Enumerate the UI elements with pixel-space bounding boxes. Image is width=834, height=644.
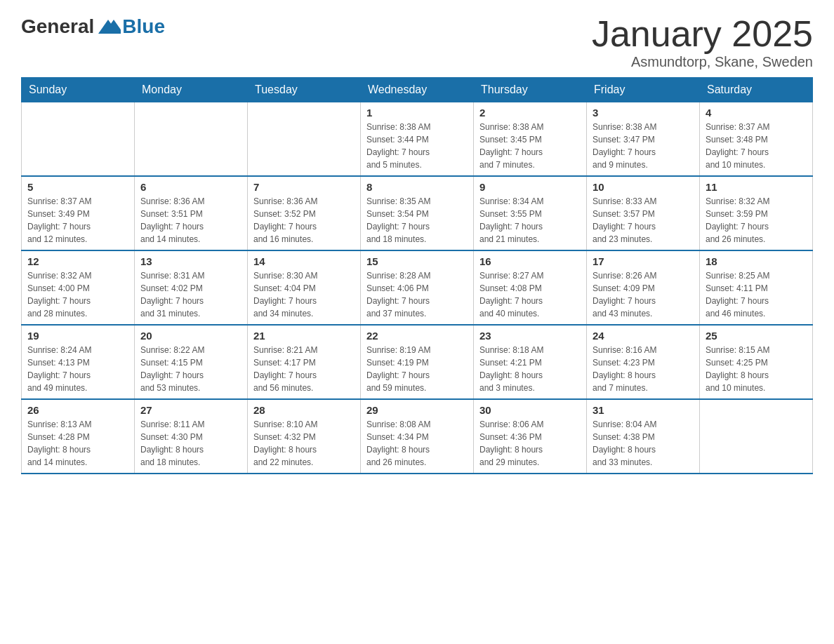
day-info: Sunrise: 8:30 AM Sunset: 4:04 PM Dayligh…	[253, 269, 355, 320]
calendar-cell: 19Sunrise: 8:24 AM Sunset: 4:13 PM Dayli…	[22, 325, 135, 399]
day-info: Sunrise: 8:27 AM Sunset: 4:08 PM Dayligh…	[479, 269, 581, 320]
day-number: 25	[706, 330, 807, 342]
logo-text-general: General	[21, 15, 94, 38]
calendar-cell: 21Sunrise: 8:21 AM Sunset: 4:17 PM Dayli…	[248, 325, 361, 399]
calendar-cell: 25Sunrise: 8:15 AM Sunset: 4:25 PM Dayli…	[700, 325, 813, 399]
calendar-cell: 17Sunrise: 8:26 AM Sunset: 4:09 PM Dayli…	[587, 250, 700, 325]
day-info: Sunrise: 8:37 AM Sunset: 3:48 PM Dayligh…	[706, 121, 807, 171]
day-number: 1	[366, 107, 468, 119]
day-info: Sunrise: 8:21 AM Sunset: 4:17 PM Dayligh…	[253, 344, 355, 394]
calendar-cell: 18Sunrise: 8:25 AM Sunset: 4:11 PM Dayli…	[700, 250, 813, 325]
day-info: Sunrise: 8:28 AM Sunset: 4:06 PM Dayligh…	[366, 269, 468, 320]
day-info: Sunrise: 8:32 AM Sunset: 3:59 PM Dayligh…	[706, 195, 807, 246]
day-info: Sunrise: 8:16 AM Sunset: 4:23 PM Dayligh…	[593, 344, 694, 394]
day-info: Sunrise: 8:36 AM Sunset: 3:52 PM Dayligh…	[253, 195, 355, 246]
calendar-cell: 16Sunrise: 8:27 AM Sunset: 4:08 PM Dayli…	[474, 250, 587, 325]
calendar-cell: 3Sunrise: 8:38 AM Sunset: 3:47 PM Daylig…	[587, 102, 700, 177]
calendar-cell: 26Sunrise: 8:13 AM Sunset: 4:28 PM Dayli…	[22, 399, 135, 474]
calendar-cell	[135, 102, 248, 177]
day-number: 30	[479, 404, 581, 416]
day-info: Sunrise: 8:22 AM Sunset: 4:15 PM Dayligh…	[140, 344, 241, 394]
day-number: 29	[366, 404, 468, 416]
day-info: Sunrise: 8:13 AM Sunset: 4:28 PM Dayligh…	[27, 418, 128, 469]
calendar-cell: 20Sunrise: 8:22 AM Sunset: 4:15 PM Dayli…	[135, 325, 248, 399]
calendar-cell: 9Sunrise: 8:34 AM Sunset: 3:55 PM Daylig…	[474, 176, 587, 250]
calendar-cell: 10Sunrise: 8:33 AM Sunset: 3:57 PM Dayli…	[587, 176, 700, 250]
day-info: Sunrise: 8:24 AM Sunset: 4:13 PM Dayligh…	[27, 344, 128, 394]
day-number: 20	[140, 330, 241, 342]
header-friday: Friday	[587, 78, 700, 102]
calendar-cell: 15Sunrise: 8:28 AM Sunset: 4:06 PM Dayli…	[361, 250, 474, 325]
day-number: 19	[27, 330, 128, 342]
calendar-week-1: 1Sunrise: 8:38 AM Sunset: 3:44 PM Daylig…	[22, 102, 813, 177]
header-row: Sunday Monday Tuesday Wednesday Thursday…	[22, 78, 813, 102]
day-info: Sunrise: 8:38 AM Sunset: 3:47 PM Dayligh…	[593, 121, 694, 171]
day-number: 6	[140, 181, 241, 193]
day-info: Sunrise: 8:04 AM Sunset: 4:38 PM Dayligh…	[593, 418, 694, 469]
day-info: Sunrise: 8:38 AM Sunset: 3:45 PM Dayligh…	[479, 121, 581, 171]
day-info: Sunrise: 8:18 AM Sunset: 4:21 PM Dayligh…	[479, 344, 581, 394]
day-number: 3	[593, 107, 694, 119]
calendar-cell: 11Sunrise: 8:32 AM Sunset: 3:59 PM Dayli…	[700, 176, 813, 250]
page-header: General Blue January 2025 Asmundtorp, Sk…	[21, 14, 813, 70]
header-sunday: Sunday	[22, 78, 135, 102]
calendar-cell: 8Sunrise: 8:35 AM Sunset: 3:54 PM Daylig…	[361, 176, 474, 250]
calendar-cell: 22Sunrise: 8:19 AM Sunset: 4:19 PM Dayli…	[361, 325, 474, 399]
day-info: Sunrise: 8:15 AM Sunset: 4:25 PM Dayligh…	[706, 344, 807, 394]
calendar-table: Sunday Monday Tuesday Wednesday Thursday…	[21, 77, 813, 474]
day-number: 21	[253, 330, 355, 342]
calendar-cell: 30Sunrise: 8:06 AM Sunset: 4:36 PM Dayli…	[474, 399, 587, 474]
day-number: 8	[366, 181, 468, 193]
calendar-week-4: 19Sunrise: 8:24 AM Sunset: 4:13 PM Dayli…	[22, 325, 813, 399]
day-number: 14	[253, 255, 355, 267]
day-number: 5	[27, 181, 128, 193]
day-number: 27	[140, 404, 241, 416]
day-number: 16	[479, 255, 581, 267]
day-info: Sunrise: 8:26 AM Sunset: 4:09 PM Dayligh…	[593, 269, 694, 320]
calendar-cell: 31Sunrise: 8:04 AM Sunset: 4:38 PM Dayli…	[587, 399, 700, 474]
month-title: January 2025	[592, 14, 813, 54]
header-saturday: Saturday	[700, 78, 813, 102]
day-number: 22	[366, 330, 468, 342]
header-thursday: Thursday	[474, 78, 587, 102]
header-monday: Monday	[135, 78, 248, 102]
calendar-cell: 23Sunrise: 8:18 AM Sunset: 4:21 PM Dayli…	[474, 325, 587, 399]
calendar-cell: 5Sunrise: 8:37 AM Sunset: 3:49 PM Daylig…	[22, 176, 135, 250]
calendar-week-3: 12Sunrise: 8:32 AM Sunset: 4:00 PM Dayli…	[22, 250, 813, 325]
day-number: 17	[593, 255, 694, 267]
day-number: 24	[593, 330, 694, 342]
calendar-cell: 7Sunrise: 8:36 AM Sunset: 3:52 PM Daylig…	[248, 176, 361, 250]
logo-icon	[95, 14, 121, 39]
day-number: 10	[593, 181, 694, 193]
day-info: Sunrise: 8:36 AM Sunset: 3:51 PM Dayligh…	[140, 195, 241, 246]
day-info: Sunrise: 8:34 AM Sunset: 3:55 PM Dayligh…	[479, 195, 581, 246]
calendar-body: 1Sunrise: 8:38 AM Sunset: 3:44 PM Daylig…	[22, 102, 813, 474]
day-number: 18	[706, 255, 807, 267]
day-number: 15	[366, 255, 468, 267]
title-block: January 2025 Asmundtorp, Skane, Sweden	[592, 14, 813, 70]
day-info: Sunrise: 8:25 AM Sunset: 4:11 PM Dayligh…	[706, 269, 807, 320]
calendar-cell: 29Sunrise: 8:08 AM Sunset: 4:34 PM Dayli…	[361, 399, 474, 474]
day-info: Sunrise: 8:37 AM Sunset: 3:49 PM Dayligh…	[27, 195, 128, 246]
day-number: 9	[479, 181, 581, 193]
calendar-cell	[248, 102, 361, 177]
calendar-cell	[700, 399, 813, 474]
day-info: Sunrise: 8:38 AM Sunset: 3:44 PM Dayligh…	[366, 121, 468, 171]
logo-text-blue: Blue	[122, 15, 165, 37]
day-info: Sunrise: 8:10 AM Sunset: 4:32 PM Dayligh…	[253, 418, 355, 469]
day-number: 31	[593, 404, 694, 416]
calendar-header: Sunday Monday Tuesday Wednesday Thursday…	[22, 78, 813, 102]
calendar-week-5: 26Sunrise: 8:13 AM Sunset: 4:28 PM Dayli…	[22, 399, 813, 474]
day-info: Sunrise: 8:33 AM Sunset: 3:57 PM Dayligh…	[593, 195, 694, 246]
day-info: Sunrise: 8:06 AM Sunset: 4:36 PM Dayligh…	[479, 418, 581, 469]
day-number: 2	[479, 107, 581, 119]
day-number: 7	[253, 181, 355, 193]
day-info: Sunrise: 8:08 AM Sunset: 4:34 PM Dayligh…	[366, 418, 468, 469]
day-number: 4	[706, 107, 807, 119]
day-info: Sunrise: 8:31 AM Sunset: 4:02 PM Dayligh…	[140, 269, 241, 320]
day-number: 26	[27, 404, 128, 416]
header-tuesday: Tuesday	[248, 78, 361, 102]
day-info: Sunrise: 8:19 AM Sunset: 4:19 PM Dayligh…	[366, 344, 468, 394]
day-number: 28	[253, 404, 355, 416]
calendar-cell: 4Sunrise: 8:37 AM Sunset: 3:48 PM Daylig…	[700, 102, 813, 177]
